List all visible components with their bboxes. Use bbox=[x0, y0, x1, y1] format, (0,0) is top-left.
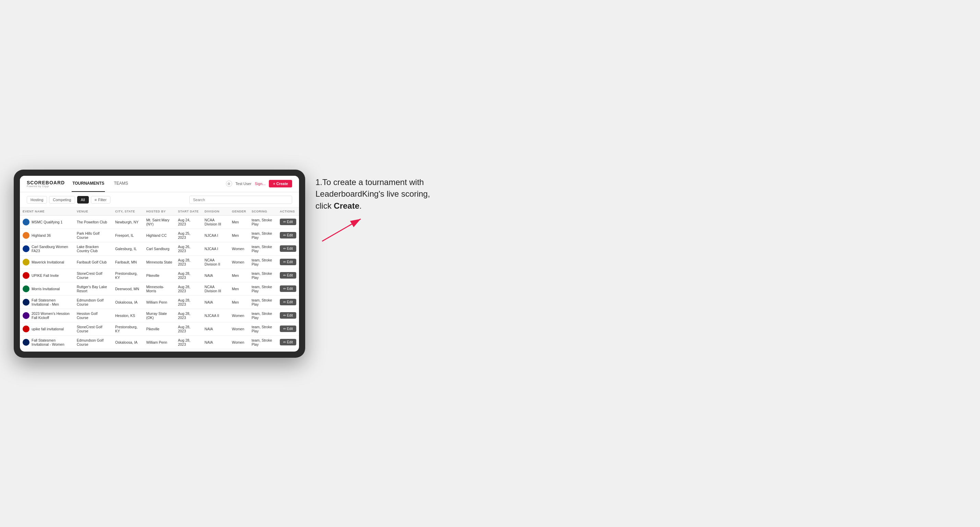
cell-gender: Men bbox=[229, 282, 249, 295]
cell-city-state: Galesburg, IL bbox=[113, 242, 144, 255]
cell-start-date: Aug 28, 2023 bbox=[175, 335, 202, 349]
event-name-text: Morris Invitational bbox=[32, 287, 60, 291]
cell-event-name: Maverick Invitational bbox=[20, 255, 74, 269]
cell-gender: Men bbox=[229, 269, 249, 282]
cell-gender: Men bbox=[229, 295, 249, 309]
brand-sub: Powered by Clippr bbox=[27, 185, 65, 187]
cell-gender: Men bbox=[229, 349, 249, 352]
cell-gender: Women bbox=[229, 335, 249, 349]
table-row: upike fall invitational StoneCrest Golf … bbox=[20, 322, 299, 335]
edit-button[interactable]: ✏ Edit bbox=[280, 286, 296, 292]
col-actions: ACTIONS bbox=[277, 208, 299, 216]
event-name-text: Maverick Invitational bbox=[32, 260, 64, 264]
cell-venue: Cypress Hills Golf Club bbox=[74, 349, 113, 352]
col-gender: GENDER bbox=[229, 208, 249, 216]
edit-button[interactable]: ✏ Edit bbox=[280, 232, 296, 238]
cell-venue: Ruttger's Bay Lake Resort bbox=[74, 282, 113, 295]
table-row: Fall Statesmen Invitational - Men Edmund… bbox=[20, 295, 299, 309]
filter-hosting[interactable]: Hosting bbox=[27, 196, 47, 203]
team-logo bbox=[22, 219, 30, 225]
cell-event-name: VU PREVIEW bbox=[20, 349, 74, 352]
edit-button[interactable]: ✏ Edit bbox=[280, 245, 296, 252]
col-event-name: EVENT NAME bbox=[20, 208, 74, 216]
filter-icon-button[interactable]: ≡ Filter bbox=[91, 196, 110, 203]
data-table: EVENT NAME VENUE CITY, STATE HOSTED BY S… bbox=[20, 208, 299, 352]
cell-hosted-by: William Penn bbox=[143, 295, 175, 309]
cell-city-state: Prestonsburg, KY bbox=[113, 269, 144, 282]
cell-hosted-by: Pikeville bbox=[143, 269, 175, 282]
cell-scoring: team, Stroke Play bbox=[249, 269, 277, 282]
cell-scoring: team, Stroke Play bbox=[249, 295, 277, 309]
cell-division: NJCAA I bbox=[202, 242, 229, 255]
cell-start-date: Aug 28, 2023 bbox=[175, 309, 202, 322]
cell-start-date: Aug 28, 2023 bbox=[175, 322, 202, 335]
edit-button[interactable]: ✏ Edit bbox=[280, 312, 296, 319]
filter-competing[interactable]: Competing bbox=[49, 196, 75, 203]
cell-event-name: UPIKE Fall Invite bbox=[20, 269, 74, 282]
nav-tabs: TOURNAMENTS TEAMS bbox=[72, 176, 129, 192]
annotation-panel: 1.To create a tournament with Leaderboar… bbox=[305, 170, 442, 250]
cell-event-name: Highland 36 bbox=[20, 229, 74, 242]
event-name-text: Carl Sandburg Women FA23 bbox=[32, 244, 71, 253]
cell-venue: StoneCrest Golf Course bbox=[74, 269, 113, 282]
header-left: SCOREBOARD Powered by Clippr TOURNAMENTS… bbox=[27, 176, 129, 192]
table-row: Morris Invitational Ruttger's Bay Lake R… bbox=[20, 282, 299, 295]
edit-button[interactable]: ✏ Edit bbox=[280, 272, 296, 279]
table-row: MSMC Qualifying 1 The Powelton Club Newb… bbox=[20, 215, 299, 229]
edit-button[interactable]: ✏ Edit bbox=[280, 325, 296, 332]
cell-city-state: Oskaloosa, IA bbox=[113, 335, 144, 349]
cell-venue: Lake Bracken Country Club bbox=[74, 242, 113, 255]
cell-division: NJCAA II bbox=[202, 349, 229, 352]
create-button[interactable]: + Create bbox=[269, 180, 292, 187]
team-logo bbox=[22, 259, 30, 265]
nav-tab-teams[interactable]: TEAMS bbox=[113, 176, 129, 192]
cell-venue: Edmundson Golf Course bbox=[74, 295, 113, 309]
event-name-text: Fall Statesmen Invitational - Men bbox=[32, 298, 71, 306]
cell-event-name: Morris Invitational bbox=[20, 282, 74, 295]
table-row: Highland 36 Park Hills Golf Course Freep… bbox=[20, 229, 299, 242]
cell-hosted-by: Mt. Saint Mary (NY) bbox=[143, 215, 175, 229]
gear-icon[interactable]: ⚙ bbox=[226, 181, 232, 187]
cell-scoring: team, Stroke Play bbox=[249, 322, 277, 335]
cell-scoring: team, Stroke Play bbox=[249, 335, 277, 349]
brand-title: SCOREBOARD bbox=[27, 180, 65, 185]
event-name-text: MSMC Qualifying 1 bbox=[32, 220, 62, 224]
cell-city-state: Faribault, MN bbox=[113, 255, 144, 269]
cell-hosted-by: Highland CC bbox=[143, 229, 175, 242]
filter-label: Filter bbox=[98, 198, 106, 202]
filter-left: Hosting Competing All ≡ Filter bbox=[27, 196, 110, 203]
team-logo bbox=[22, 299, 30, 306]
sign-link[interactable]: Sign... bbox=[255, 182, 266, 186]
table-row: UPIKE Fall Invite StoneCrest Golf Course… bbox=[20, 269, 299, 282]
cell-venue: Edmundson Golf Course bbox=[74, 335, 113, 349]
col-venue: VENUE bbox=[74, 208, 113, 216]
cell-gender: Men bbox=[229, 215, 249, 229]
cell-city-state: Vincennes, IN bbox=[113, 349, 144, 352]
tablet-frame: SCOREBOARD Powered by Clippr TOURNAMENTS… bbox=[14, 170, 305, 358]
cell-division: NAIA bbox=[202, 295, 229, 309]
col-scoring: SCORING bbox=[249, 208, 277, 216]
table-row: Fall Statesmen Invitational - Women Edmu… bbox=[20, 335, 299, 349]
edit-button[interactable]: ✏ Edit bbox=[280, 339, 296, 345]
cell-start-date: Aug 24, 2023 bbox=[175, 215, 202, 229]
cell-venue: Park Hills Golf Course bbox=[74, 229, 113, 242]
cell-hosted-by: Carl Sandburg bbox=[143, 242, 175, 255]
team-logo bbox=[22, 272, 30, 279]
event-name-text: Highland 36 bbox=[32, 233, 51, 238]
edit-button[interactable]: ✏ Edit bbox=[280, 259, 296, 265]
team-logo bbox=[22, 312, 30, 319]
cell-hosted-by: William Penn bbox=[143, 335, 175, 349]
filter-all[interactable]: All bbox=[77, 196, 89, 203]
nav-tab-tournaments[interactable]: TOURNAMENTS bbox=[72, 176, 105, 192]
cell-event-name: upike fall invitational bbox=[20, 322, 74, 335]
cell-gender: Women bbox=[229, 322, 249, 335]
cell-actions: ✏ Edit bbox=[277, 229, 299, 242]
search-input[interactable] bbox=[189, 196, 292, 204]
cell-scoring: team, Stroke Play bbox=[249, 242, 277, 255]
event-name-text: upike fall invitational bbox=[32, 327, 64, 331]
cell-actions: ✏ Edit bbox=[277, 295, 299, 309]
user-name: Test User bbox=[235, 182, 251, 186]
edit-button[interactable]: ✏ Edit bbox=[280, 219, 296, 225]
edit-button[interactable]: ✏ Edit bbox=[280, 299, 296, 305]
cell-actions: ✏ Edit bbox=[277, 322, 299, 335]
